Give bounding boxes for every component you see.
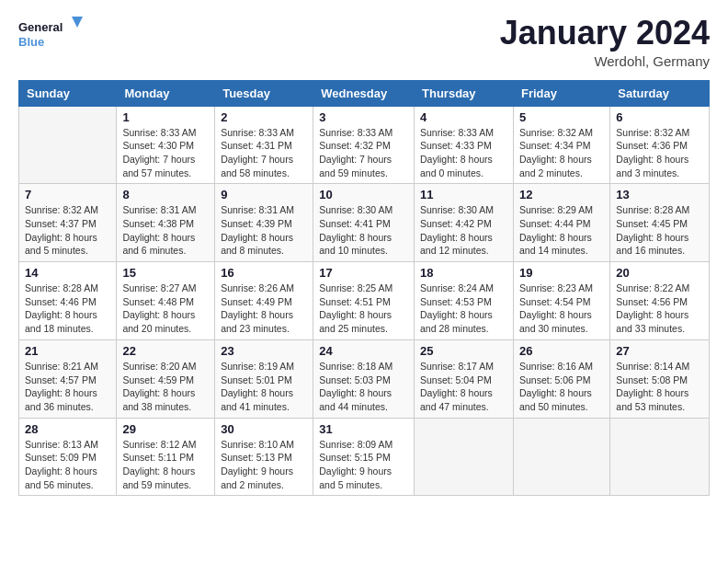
- calendar-cell: [513, 418, 609, 496]
- sunrise: Sunrise: 8:14 AM: [616, 361, 689, 372]
- header-friday: Friday: [513, 80, 609, 106]
- day-info: Sunrise: 8:26 AM Sunset: 4:49 PM Dayligh…: [221, 282, 307, 336]
- daylight: Daylight: 8 hours and 36 minutes.: [25, 387, 97, 412]
- day-number: 10: [319, 188, 408, 201]
- sunrise: Sunrise: 8:17 AM: [420, 361, 494, 372]
- day-number: 13: [616, 188, 703, 201]
- daylight: Daylight: 8 hours and 41 minutes.: [221, 387, 293, 412]
- sunset: Sunset: 5:06 PM: [519, 374, 591, 385]
- sunset: Sunset: 4:44 PM: [519, 218, 591, 229]
- sunrise: Sunrise: 8:20 AM: [122, 361, 196, 372]
- day-info: Sunrise: 8:28 AM Sunset: 4:46 PM Dayligh…: [25, 282, 110, 336]
- sunrise: Sunrise: 8:33 AM: [122, 127, 196, 138]
- calendar-cell: 26 Sunrise: 8:16 AM Sunset: 5:06 PM Dayl…: [513, 339, 609, 418]
- day-number: 5: [519, 110, 604, 124]
- day-info: Sunrise: 8:32 AM Sunset: 4:34 PM Dayligh…: [519, 126, 604, 180]
- sunrise: Sunrise: 8:32 AM: [519, 127, 593, 138]
- day-info: Sunrise: 8:32 AM Sunset: 4:36 PM Dayligh…: [616, 126, 703, 180]
- sunrise: Sunrise: 8:33 AM: [221, 127, 294, 138]
- day-number: 7: [25, 188, 110, 201]
- day-info: Sunrise: 8:13 AM Sunset: 5:09 PM Dayligh…: [25, 438, 110, 492]
- daylight: Daylight: 8 hours and 5 minutes.: [25, 232, 97, 257]
- daylight: Daylight: 8 hours and 50 minutes.: [519, 387, 592, 412]
- daylight: Daylight: 8 hours and 10 minutes.: [319, 232, 392, 257]
- day-number: 27: [616, 344, 703, 358]
- header-sunday: Sunday: [19, 80, 117, 106]
- calendar-row: 28 Sunrise: 8:13 AM Sunset: 5:09 PM Dayl…: [19, 418, 710, 496]
- sunrise: Sunrise: 8:32 AM: [616, 127, 689, 138]
- sunrise: Sunrise: 8:26 AM: [221, 282, 294, 293]
- day-info: Sunrise: 8:18 AM Sunset: 5:03 PM Dayligh…: [319, 360, 408, 414]
- calendar-cell: 5 Sunrise: 8:32 AM Sunset: 4:34 PM Dayli…: [513, 106, 609, 184]
- calendar-cell: 14 Sunrise: 8:28 AM Sunset: 4:46 PM Dayl…: [19, 262, 117, 340]
- day-number: 22: [122, 344, 209, 358]
- calendar-cell: 28 Sunrise: 8:13 AM Sunset: 5:09 PM Dayl…: [19, 418, 117, 496]
- sunrise: Sunrise: 8:30 AM: [319, 204, 392, 215]
- day-info: Sunrise: 8:12 AM Sunset: 5:11 PM Dayligh…: [122, 438, 209, 492]
- sunrise: Sunrise: 8:25 AM: [319, 282, 392, 293]
- header-wednesday: Wednesday: [313, 80, 415, 106]
- calendar-cell: 3 Sunrise: 8:33 AM Sunset: 4:32 PM Dayli…: [313, 106, 415, 184]
- sunset: Sunset: 4:32 PM: [319, 140, 391, 151]
- sunrise: Sunrise: 8:28 AM: [25, 282, 98, 293]
- day-number: 8: [122, 188, 209, 201]
- calendar-cell: 29 Sunrise: 8:12 AM Sunset: 5:11 PM Dayl…: [117, 418, 215, 496]
- day-number: 31: [319, 422, 408, 436]
- daylight: Daylight: 8 hours and 30 minutes.: [519, 309, 592, 334]
- day-number: 24: [319, 344, 408, 358]
- calendar-cell: 23 Sunrise: 8:19 AM Sunset: 5:01 PM Dayl…: [215, 339, 313, 418]
- sunrise: Sunrise: 8:27 AM: [122, 282, 196, 293]
- day-info: Sunrise: 8:22 AM Sunset: 4:56 PM Dayligh…: [616, 282, 703, 336]
- logo-svg: General Blue: [18, 15, 83, 56]
- sunrise: Sunrise: 8:30 AM: [420, 204, 494, 215]
- location-subtitle: Werdohl, Germany: [500, 53, 710, 69]
- daylight: Daylight: 8 hours and 38 minutes.: [122, 387, 195, 412]
- day-number: 23: [221, 344, 307, 358]
- sunrise: Sunrise: 8:28 AM: [616, 204, 689, 215]
- sunset: Sunset: 4:30 PM: [122, 140, 194, 151]
- calendar-header-row: Sunday Monday Tuesday Wednesday Thursday…: [19, 80, 710, 106]
- daylight: Daylight: 8 hours and 0 minutes.: [420, 154, 493, 178]
- calendar-cell: 1 Sunrise: 8:33 AM Sunset: 4:30 PM Dayli…: [117, 106, 215, 184]
- sunset: Sunset: 5:11 PM: [122, 452, 194, 463]
- page-header: General Blue January 2024 Werdohl, Germa…: [18, 15, 710, 69]
- day-info: Sunrise: 8:30 AM Sunset: 4:42 PM Dayligh…: [420, 203, 507, 258]
- sunset: Sunset: 4:37 PM: [25, 218, 97, 229]
- calendar-page: General Blue January 2024 Werdohl, Germa…: [0, 0, 728, 563]
- day-number: 30: [221, 422, 307, 436]
- sunset: Sunset: 5:15 PM: [319, 452, 391, 463]
- sunset: Sunset: 5:04 PM: [420, 374, 492, 385]
- sunrise: Sunrise: 8:31 AM: [221, 204, 294, 215]
- calendar-cell: 21 Sunrise: 8:21 AM Sunset: 4:57 PM Dayl…: [19, 339, 117, 418]
- daylight: Daylight: 8 hours and 16 minutes.: [616, 232, 688, 257]
- sunrise: Sunrise: 8:13 AM: [25, 439, 98, 450]
- sunset: Sunset: 4:42 PM: [420, 218, 492, 229]
- calendar-row: 7 Sunrise: 8:32 AM Sunset: 4:37 PM Dayli…: [19, 184, 710, 262]
- daylight: Daylight: 9 hours and 5 minutes.: [319, 465, 392, 490]
- daylight: Daylight: 8 hours and 6 minutes.: [122, 232, 195, 257]
- header-tuesday: Tuesday: [215, 80, 313, 106]
- calendar-row: 1 Sunrise: 8:33 AM Sunset: 4:30 PM Dayli…: [19, 106, 710, 184]
- day-number: 26: [519, 344, 604, 358]
- header-thursday: Thursday: [415, 80, 514, 106]
- sunset: Sunset: 4:38 PM: [122, 218, 194, 229]
- day-info: Sunrise: 8:09 AM Sunset: 5:15 PM Dayligh…: [319, 438, 408, 492]
- day-info: Sunrise: 8:31 AM Sunset: 4:39 PM Dayligh…: [221, 203, 307, 258]
- day-number: 14: [25, 266, 110, 280]
- calendar-cell: 10 Sunrise: 8:30 AM Sunset: 4:41 PM Dayl…: [313, 184, 415, 262]
- daylight: Daylight: 8 hours and 14 minutes.: [519, 232, 592, 257]
- sunrise: Sunrise: 8:23 AM: [519, 282, 593, 293]
- day-number: 17: [319, 266, 408, 280]
- calendar-cell: 30 Sunrise: 8:10 AM Sunset: 5:13 PM Dayl…: [215, 418, 313, 496]
- daylight: Daylight: 8 hours and 47 minutes.: [420, 387, 493, 412]
- day-info: Sunrise: 8:21 AM Sunset: 4:57 PM Dayligh…: [25, 360, 110, 414]
- sunrise: Sunrise: 8:10 AM: [221, 439, 294, 450]
- sunset: Sunset: 4:45 PM: [616, 218, 688, 229]
- sunrise: Sunrise: 8:22 AM: [616, 282, 689, 293]
- sunrise: Sunrise: 8:09 AM: [319, 439, 392, 450]
- sunset: Sunset: 4:33 PM: [420, 140, 492, 151]
- sunset: Sunset: 4:51 PM: [319, 296, 391, 307]
- calendar-cell: 2 Sunrise: 8:33 AM Sunset: 4:31 PM Dayli…: [215, 106, 313, 184]
- day-info: Sunrise: 8:33 AM Sunset: 4:32 PM Dayligh…: [319, 126, 408, 180]
- sunset: Sunset: 5:03 PM: [319, 374, 391, 385]
